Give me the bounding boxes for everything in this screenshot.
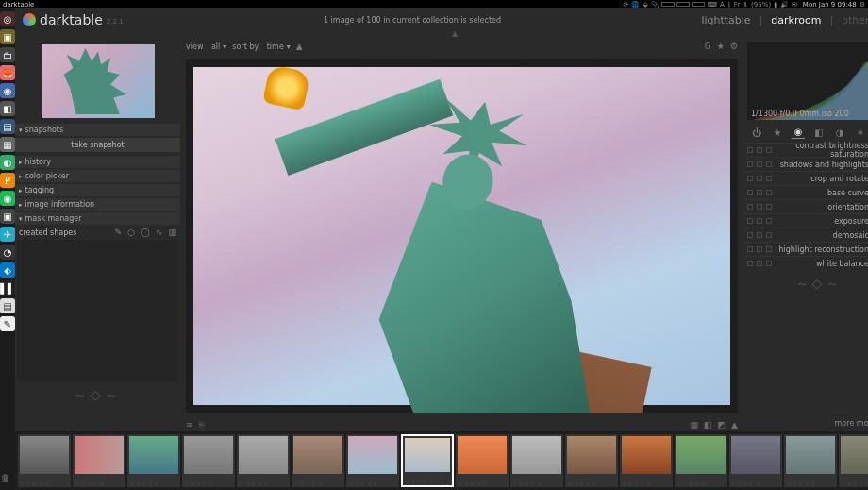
network-icon[interactable]: ⥮: [743, 1, 748, 8]
module-switch-icon[interactable]: [747, 246, 753, 252]
section-history[interactable]: ▸history: [15, 156, 180, 168]
sync-icon[interactable]: ⟳: [624, 1, 629, 8]
dock-app[interactable]: ▦: [0, 137, 15, 152]
histogram[interactable]: 1/1300 f/0.0 0mm iso 200: [747, 42, 868, 120]
thumbnail[interactable]: ☆☆☆☆☆: [292, 434, 344, 487]
module-switch-icon[interactable]: [747, 161, 753, 167]
dropbox-icon[interactable]: ⬙: [643, 1, 647, 8]
lang-icon[interactable]: Fr: [734, 1, 740, 8]
thumbnail[interactable]: ☆☆☆☆☆: [73, 434, 125, 487]
thumbnail[interactable]: ☆☆☆☆☆: [729, 434, 782, 487]
view-other[interactable]: other: [842, 14, 868, 26]
section-mask-manager[interactable]: ▾mask manager: [15, 212, 180, 225]
quick-presets-icon[interactable]: ≡: [186, 420, 193, 430]
volume-icon[interactable]: 🔊: [780, 1, 789, 8]
thumbnail[interactable]: ☆☆☆☆☆: [620, 434, 673, 487]
module-exposure[interactable]: exposure☀▸: [743, 213, 868, 228]
module-multi-icon[interactable]: [757, 176, 762, 181]
module-contrast-brightness-saturation[interactable]: contrast brightness saturation◐▸: [743, 143, 868, 157]
keyboard-icon[interactable]: ⌨: [708, 1, 717, 8]
module-multi-icon[interactable]: [757, 232, 762, 238]
module-reset-icon[interactable]: [766, 176, 772, 181]
collapse-top-handle[interactable]: ▲: [15, 31, 868, 39]
raw-overexposed-icon[interactable]: ▦: [691, 420, 699, 430]
tab-active-icon[interactable]: ⏻: [750, 126, 763, 139]
navigation-preview[interactable]: [42, 44, 155, 118]
module-switch-icon[interactable]: [747, 218, 753, 224]
overlay-star-icon[interactable]: ★: [717, 42, 725, 51]
preferences-icon[interactable]: ⚙: [730, 42, 738, 51]
module-reset-icon[interactable]: [766, 218, 772, 224]
attachment-icon[interactable]: 📎: [651, 1, 659, 8]
dock-app[interactable]: ▣: [0, 209, 15, 224]
module-multi-icon[interactable]: [757, 147, 762, 153]
view-darkroom[interactable]: darkroom: [771, 14, 821, 26]
indicator-box[interactable]: [692, 2, 705, 7]
module-reset-icon[interactable]: [766, 147, 772, 153]
thumbnail[interactable]: ☆☆☆☆☆: [127, 434, 180, 487]
sort-by[interactable]: sort by time ▾: [232, 42, 290, 51]
path-icon[interactable]: ∿: [156, 228, 163, 237]
mail-icon[interactable]: ✉: [792, 1, 797, 8]
thumbnail[interactable]: ☆☆☆☆☆: [18, 434, 71, 487]
dock-firefox[interactable]: 🦊: [0, 65, 15, 80]
dock-files[interactable]: 🗀: [0, 47, 15, 62]
dock-trash[interactable]: 🗑: [1, 473, 14, 486]
module-demosaic[interactable]: demosaic▦▸: [743, 228, 868, 242]
module-base-curve[interactable]: base curve∿▸: [743, 185, 868, 199]
grouping-icon[interactable]: G: [705, 42, 711, 51]
module-switch-icon[interactable]: [747, 261, 753, 266]
indicator-box[interactable]: [676, 2, 690, 7]
bluetooth-icon[interactable]: ᛒ: [727, 1, 731, 8]
thumbnail[interactable]: ☆☆☆☆☆: [784, 434, 837, 487]
module-switch-icon[interactable]: [747, 176, 753, 181]
styles-icon[interactable]: ⎘: [199, 420, 204, 430]
gamut-icon[interactable]: ▲: [731, 420, 738, 430]
app-menu-title[interactable]: darktable: [3, 1, 34, 8]
module-multi-icon[interactable]: [757, 161, 762, 167]
globe-icon[interactable]: 🌐: [631, 1, 640, 8]
module-switch-icon[interactable]: [747, 204, 753, 210]
dock-chrome[interactable]: ◉: [0, 83, 15, 98]
tab-basic-icon[interactable]: ◉: [792, 126, 805, 139]
dock-spotify[interactable]: ◉: [0, 191, 15, 206]
take-snapshot-button[interactable]: take snapshot: [15, 138, 180, 152]
module-reset-icon[interactable]: [766, 190, 772, 195]
dock-app[interactable]: ▤: [0, 298, 15, 313]
module-white-balance[interactable]: white balance⚖▸: [743, 256, 868, 270]
battery-label[interactable]: (95%): [751, 1, 771, 8]
view-lighttable[interactable]: lighttable: [701, 14, 750, 26]
module-reset-icon[interactable]: [766, 161, 772, 167]
dock-app[interactable]: ⬖: [0, 262, 15, 278]
section-image-info[interactable]: ▸image information: [15, 198, 180, 211]
thumbnail[interactable]: ☆☆☆☆☆: [237, 434, 290, 487]
tab-tone-icon[interactable]: ◧: [812, 126, 826, 139]
thumbnail[interactable]: ☆☆☆☆☆: [675, 434, 727, 487]
module-reset-icon[interactable]: [766, 204, 772, 210]
a11y-icon[interactable]: A: [720, 1, 725, 8]
filter-view[interactable]: view all ▾: [186, 42, 226, 51]
settings-icon[interactable]: ⚙: [860, 1, 865, 8]
thumbnail[interactable]: ☆☆☆☆☆: [456, 434, 509, 487]
module-orientation[interactable]: orientation⟳▸: [743, 199, 868, 213]
dock-steam[interactable]: ◔: [0, 245, 15, 260]
tab-color-icon[interactable]: ◑: [833, 126, 846, 139]
tab-favorites-icon[interactable]: ★: [771, 126, 784, 139]
section-tagging[interactable]: ▸tagging: [15, 184, 180, 196]
brush-icon[interactable]: ✎: [114, 228, 122, 237]
dock-app[interactable]: ◧: [0, 101, 15, 116]
module-switch-icon[interactable]: [747, 232, 753, 238]
circle-icon[interactable]: ○: [127, 228, 135, 237]
clock-label[interactable]: Mon Jan 9 09:48: [803, 1, 857, 8]
thumbnail[interactable]: ☆☆☆☆☆: [346, 434, 399, 487]
module-multi-icon[interactable]: [757, 190, 762, 195]
module-multi-icon[interactable]: [757, 246, 762, 252]
overexposed-icon[interactable]: ◧: [704, 420, 712, 430]
section-snapshots[interactable]: ▾snapshots: [15, 124, 180, 136]
dock-telegram[interactable]: ✈: [0, 227, 15, 242]
thumbnail[interactable]: ☆☆☆☆☆: [510, 434, 563, 487]
thumbnail[interactable]: ☆☆☆☆☆: [182, 434, 235, 487]
dock-search[interactable]: ◎: [0, 11, 15, 26]
thumbnail[interactable]: ☆☆☆☆☆: [565, 434, 618, 487]
section-color-picker[interactable]: ▸color picker: [15, 170, 180, 182]
